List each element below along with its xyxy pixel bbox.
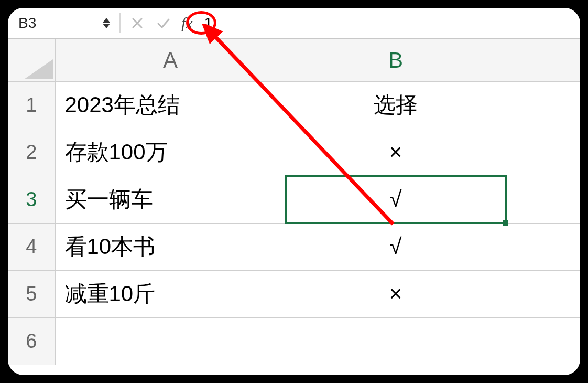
cell-b2[interactable]: ×: [286, 129, 506, 176]
cell-a3[interactable]: 买一辆车: [55, 176, 286, 223]
cell-c6[interactable]: [506, 317, 580, 365]
cell-b4[interactable]: √: [286, 223, 506, 270]
column-header-c[interactable]: [506, 39, 580, 81]
column-header-a[interactable]: A: [55, 39, 286, 81]
cell-c2[interactable]: [506, 129, 580, 176]
cell-a5[interactable]: 减重10斤: [55, 270, 286, 317]
row-header-3[interactable]: 3: [8, 176, 55, 223]
name-box-stepper[interactable]: [103, 18, 110, 28]
grid-area[interactable]: A B 1 2023年总结 选择 2 存款100万 × 3 买一辆车 √: [8, 39, 580, 375]
row-header-6[interactable]: 6: [8, 317, 55, 365]
cell-a6[interactable]: [55, 317, 286, 365]
cell-c5[interactable]: [506, 270, 580, 317]
cell-c4[interactable]: [506, 223, 580, 270]
cell-c1[interactable]: [506, 81, 580, 129]
row-header-4[interactable]: 4: [8, 223, 55, 270]
row-header-2[interactable]: 2: [8, 129, 55, 176]
enter-icon[interactable]: [152, 13, 175, 34]
select-all-corner[interactable]: [8, 39, 55, 81]
cell-a4[interactable]: 看10本书: [55, 223, 286, 270]
formula-bar: B3 fx 1: [8, 8, 580, 39]
cell-b1[interactable]: 选择: [286, 81, 506, 129]
divider: [119, 13, 121, 33]
table-row: 3 买一辆车 √: [8, 176, 580, 223]
cell-b6[interactable]: [286, 317, 506, 365]
cancel-icon[interactable]: [126, 13, 149, 34]
formula-input[interactable]: 1: [203, 15, 575, 31]
table-row: 5 减重10斤 ×: [8, 270, 580, 317]
spreadsheet-window: B3 fx 1 A B 1 2023年总结 选择: [8, 8, 580, 375]
table-row: 6: [8, 317, 580, 365]
cell-a1[interactable]: 2023年总结: [55, 81, 286, 129]
stepper-down-icon[interactable]: [103, 24, 110, 28]
cell-b5[interactable]: ×: [286, 270, 506, 317]
table-row: 1 2023年总结 选择: [8, 81, 580, 129]
cell-c3[interactable]: [506, 176, 580, 223]
cell-a2[interactable]: 存款100万: [55, 129, 286, 176]
stepper-up-icon[interactable]: [103, 18, 110, 23]
column-header-b[interactable]: B: [286, 39, 506, 81]
cell-b3[interactable]: √: [286, 176, 506, 223]
fx-label: fx: [181, 14, 193, 32]
table-row: 4 看10本书 √: [8, 223, 580, 270]
row-header-5[interactable]: 5: [8, 270, 55, 317]
table-row: 2 存款100万 ×: [8, 129, 580, 176]
row-header-1[interactable]: 1: [8, 81, 55, 129]
name-box[interactable]: B3: [13, 13, 100, 34]
